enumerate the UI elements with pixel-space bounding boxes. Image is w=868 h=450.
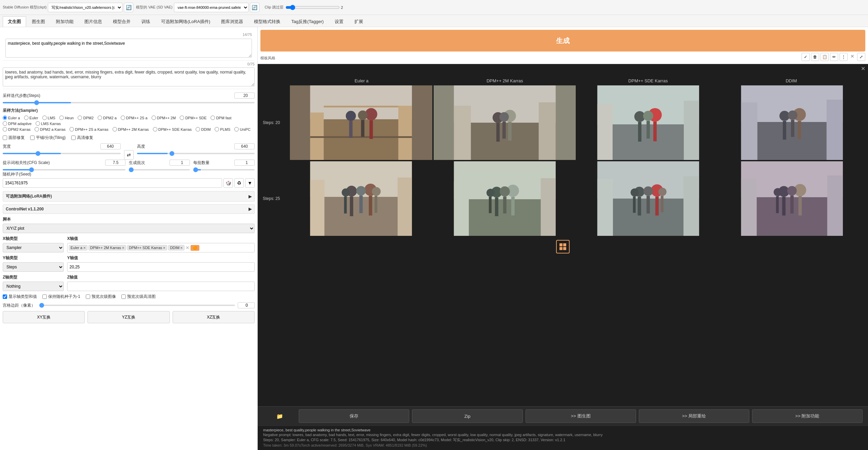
tab-merge[interactable]: 模型合并 bbox=[108, 16, 136, 27]
remove-dpmpp2mkarras[interactable]: ✕ bbox=[122, 246, 124, 250]
seed-cycle-btn[interactable]: 🎲 bbox=[223, 178, 233, 188]
trash-btn[interactable]: 🗑 bbox=[811, 53, 819, 61]
vae-refresh-btn[interactable]: 🔄 bbox=[250, 3, 259, 12]
margin-slider[interactable] bbox=[39, 305, 235, 306]
width-value[interactable] bbox=[100, 143, 121, 149]
tab-train[interactable]: 训练 bbox=[136, 16, 155, 27]
show-axis-types-opt[interactable]: 显示轴类型和值 bbox=[3, 294, 37, 300]
extras-btn[interactable]: >> 附加功能 bbox=[752, 409, 863, 423]
xy-swap-btn[interactable]: XY互换 bbox=[3, 311, 85, 323]
sampler-plms[interactable]: PLMS bbox=[215, 127, 230, 131]
cfg-value[interactable] bbox=[105, 160, 125, 166]
tab-gallery[interactable]: 图库浏览器 bbox=[216, 16, 248, 27]
yz-swap-btn[interactable]: YZ互换 bbox=[87, 311, 170, 323]
height-slider[interactable] bbox=[137, 153, 255, 154]
sampler-lms[interactable]: LMS bbox=[42, 116, 56, 120]
folder-btn[interactable]: 📁 bbox=[263, 409, 296, 423]
steps-slider[interactable] bbox=[3, 102, 255, 103]
inpaint-btn[interactable]: >> 局部重绘 bbox=[639, 409, 749, 423]
width-slider[interactable] bbox=[3, 153, 121, 154]
sampler-ddim[interactable]: DDIM bbox=[196, 127, 211, 131]
remove-dpmppsdekarras[interactable]: ✕ bbox=[163, 246, 165, 250]
generate-button[interactable]: 生成 bbox=[260, 30, 865, 52]
checkmark-btn[interactable]: ✓ bbox=[802, 53, 810, 61]
sampler-dpmpp2s[interactable]: DPM++ 2S a bbox=[121, 116, 147, 120]
tab-tagger[interactable]: Tag反推(Tagger) bbox=[286, 16, 329, 27]
tab-convert[interactable]: 模型格式转换 bbox=[249, 16, 285, 27]
sampler-dpmpp2m[interactable]: DPM++ 2M bbox=[152, 116, 176, 120]
img2img-btn[interactable]: >> 图生图 bbox=[526, 409, 636, 423]
tiling-check[interactable]: 平铺/分块(Tiling) bbox=[30, 135, 66, 141]
expand-btn[interactable]: ⤢ bbox=[857, 53, 865, 61]
sampler-dpmfast[interactable]: DPM fast bbox=[211, 116, 231, 120]
neg-prompt-area: 0/75 lowres, bad anatomy, bad hands, tex… bbox=[3, 61, 255, 89]
tab-extensions[interactable]: 扩展 bbox=[349, 16, 368, 27]
sampler-euler-a[interactable]: Euler a bbox=[3, 116, 20, 120]
tab-settings[interactable]: 设置 bbox=[330, 16, 349, 27]
edit-btn[interactable]: ✏ bbox=[830, 53, 838, 61]
margin-value[interactable] bbox=[238, 302, 255, 308]
batch-size-value[interactable] bbox=[234, 160, 255, 166]
z-axis-values-input[interactable] bbox=[67, 282, 255, 291]
sampler-lmskarras[interactable]: LMS Karras bbox=[36, 121, 61, 126]
sampler-dpmpp2skarras[interactable]: DPM++ 2S a Karras bbox=[70, 127, 108, 131]
sampler-dpmppsde[interactable]: DPM++ SDE bbox=[180, 116, 206, 120]
sampler-euler[interactable]: Euler bbox=[24, 116, 38, 120]
remove-euler-a[interactable]: ✕ bbox=[83, 246, 86, 250]
y-axis-select[interactable]: Steps bbox=[3, 262, 64, 272]
preview-grid-opt[interactable]: 预览次级高清图 bbox=[121, 294, 156, 300]
vae-select[interactable]: vae-ft-mse-840000-ema-pruned.safetensors bbox=[174, 3, 249, 12]
preview-sub-opt[interactable]: 预览次级图像 bbox=[86, 294, 116, 300]
batch-size-slider[interactable] bbox=[193, 169, 255, 170]
save-btn[interactable]: 保存 bbox=[299, 409, 409, 423]
sampler-dpm2[interactable]: DPM2 bbox=[78, 116, 94, 120]
sampler-dpm2akarras[interactable]: DPM2 a Karras bbox=[35, 127, 65, 131]
tab-lora[interactable]: 可选附加网络(LoRA插件) bbox=[156, 16, 215, 27]
width-height-swap-btn[interactable]: ⇄ bbox=[124, 150, 134, 160]
face-restore-check[interactable]: 面部修复 bbox=[3, 135, 25, 141]
prompt-input[interactable]: masterpiece, best quality,people walking… bbox=[5, 39, 252, 58]
copy-btn[interactable]: 📋 bbox=[821, 53, 829, 61]
tab-img2img[interactable]: 图生图 bbox=[27, 16, 50, 27]
hires-fix-check[interactable]: 高清修复 bbox=[71, 135, 93, 141]
cfg-slider[interactable] bbox=[3, 169, 125, 170]
sampler-dpmpp2mkarras[interactable]: DPM++ 2M Karras bbox=[113, 127, 149, 131]
batch-count-slider[interactable] bbox=[129, 169, 190, 170]
sampler-dpmadaptive[interactable]: DPM adaptive bbox=[3, 121, 32, 126]
neg-prompt-input[interactable]: lowres, bad anatomy, bad hands, text, er… bbox=[3, 67, 255, 86]
sampler-dpm2a[interactable]: DPM2 a bbox=[98, 116, 117, 120]
x-axis-clear-all[interactable]: ✕ bbox=[185, 245, 190, 250]
script-select[interactable]: X/Y/Z plot bbox=[3, 224, 255, 233]
clip-slider[interactable] bbox=[285, 5, 340, 10]
seed-recycle-btn[interactable]: ♻ bbox=[234, 178, 244, 188]
sd-model-refresh-btn[interactable]: 🔄 bbox=[124, 3, 133, 12]
tab-imginfo[interactable]: 图片信息 bbox=[79, 16, 107, 27]
sampler-dpmppsdekarras[interactable]: DPM++ SDE Karras bbox=[153, 127, 192, 131]
seed-extra-btn[interactable]: ▼ bbox=[245, 178, 255, 188]
x-axis-select[interactable]: Sampler bbox=[3, 243, 64, 252]
sampler-unipc[interactable]: UniPC bbox=[234, 127, 251, 131]
z-axis-select[interactable]: Nothing bbox=[3, 282, 64, 291]
x-axis-color-btn[interactable]: 🟠 bbox=[191, 245, 199, 251]
controlnet-header[interactable]: ControlNet v1.1.200 ▶ bbox=[3, 204, 255, 214]
grid-view-btn[interactable] bbox=[556, 240, 570, 253]
sampler-heun[interactable]: Heun bbox=[59, 116, 74, 120]
more-btn[interactable]: ⋮ bbox=[840, 53, 848, 61]
tab-txt2img[interactable]: 文生图 bbox=[3, 16, 26, 27]
xz-swap-btn[interactable]: XZ互换 bbox=[173, 311, 255, 323]
zip-btn[interactable]: Zip bbox=[412, 409, 522, 423]
sd-model-select[interactable]: 写实/realisticVision_v20.safetensors [c0d1… bbox=[48, 3, 122, 12]
y-axis-values-input[interactable] bbox=[67, 262, 255, 272]
remove-ddim[interactable]: ✕ bbox=[180, 246, 183, 250]
seed-input[interactable] bbox=[3, 178, 222, 188]
height-value[interactable] bbox=[234, 143, 255, 149]
svg-rect-88 bbox=[661, 196, 664, 212]
lora-header[interactable]: 可选附加网络(LoRA插件) ▶ bbox=[3, 191, 255, 202]
sampler-dpm2karras[interactable]: DPM2 Karras bbox=[3, 127, 31, 131]
batch-count-value[interactable] bbox=[170, 160, 190, 166]
keep-seed-opt[interactable]: 保持随机种子为-1 bbox=[42, 294, 80, 300]
tab-extras[interactable]: 附加功能 bbox=[51, 16, 79, 27]
results-close-btn[interactable]: ✕ bbox=[861, 65, 865, 72]
svg-rect-34 bbox=[647, 121, 650, 139]
steps-value[interactable] bbox=[234, 93, 255, 99]
